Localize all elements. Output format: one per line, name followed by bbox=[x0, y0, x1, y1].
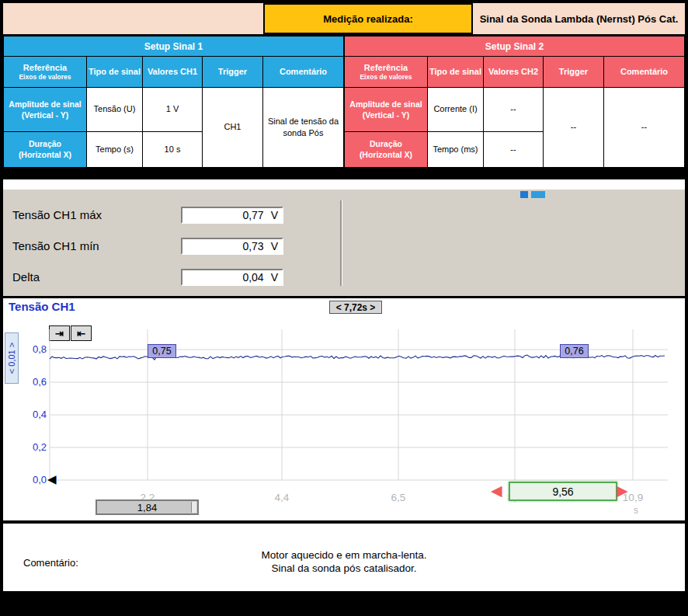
setup1-amplitude-ref-label: Amplitude de sinal bbox=[5, 99, 85, 110]
header-spacer bbox=[3, 3, 263, 34]
setup1-col-type: Tipo de sinal bbox=[87, 57, 143, 88]
setup1-col-reference: ReferênciaEixos de valores bbox=[4, 57, 87, 88]
measurements-panel: Tensão CH1 máx 0,77 V Tensão CH1 mín 0,7… bbox=[3, 190, 685, 296]
setup1-col-values: Valores CH1 bbox=[143, 57, 203, 88]
setup2-col-trigger: Trigger bbox=[544, 57, 604, 88]
ch1-min-label: Tensão CH1 mín bbox=[12, 238, 99, 255]
ch1-min-unit: V bbox=[271, 240, 278, 252]
setup-signal-2-table: Setup Sinal 2 ReferênciaEixos de valores… bbox=[344, 36, 685, 168]
comment-line-1: Motor aquecido e em marcha-lenta. bbox=[3, 548, 685, 562]
time-cursor-box[interactable]: 1,84 bbox=[96, 499, 199, 515]
x-axis-unit: s bbox=[624, 505, 648, 516]
setup2-duration-type: Tempo (ms) bbox=[428, 131, 484, 167]
ch1-max-value: 0,77 bbox=[242, 209, 263, 221]
setup1-col-comment: Comentário bbox=[263, 57, 344, 88]
setup2-duration-ref-sub: (Horizontal X) bbox=[346, 149, 426, 160]
setup-signal-1-table: Setup Sinal 1 ReferênciaEixos de valores… bbox=[3, 36, 344, 168]
ch1-max-label: Tensão CH1 máx bbox=[12, 207, 102, 224]
setup2-title: Setup Sinal 2 bbox=[345, 37, 685, 57]
chart-title: Tensão CH1 bbox=[9, 300, 75, 313]
x-tick-4_4: 4,4 bbox=[265, 492, 299, 503]
setup2-col-reference-label: Referência bbox=[346, 63, 426, 74]
setup2-trigger-value: -- bbox=[544, 88, 604, 168]
setup2-col-type: Tipo de sinal bbox=[428, 57, 484, 88]
setup1-col-reference-label: Referência bbox=[5, 63, 85, 74]
panel-divider bbox=[340, 200, 342, 286]
setup1-amplitude-ref: Amplitude de sinal(Vertical - Y) bbox=[4, 88, 87, 131]
trace-marker-right[interactable]: 0,76 bbox=[560, 344, 589, 358]
header-row: Medição realizada: Sinal da Sonda Lambda… bbox=[3, 3, 685, 34]
measurement-report-window: Medição realizada: Sinal da Sonda Lambda… bbox=[0, 0, 688, 616]
setup1-duration-ref: Duração(Horizontal X) bbox=[4, 131, 87, 167]
setup1-trigger-value: CH1 bbox=[203, 88, 263, 168]
setup1-amplitude-type: Tensão (U) bbox=[87, 88, 143, 131]
ch1-max-field[interactable]: 0,77 V bbox=[181, 207, 283, 224]
setup2-amplitude-value: -- bbox=[484, 88, 544, 131]
vertical-scale-stepper[interactable]: < 0,01 > bbox=[5, 332, 19, 384]
setup1-duration-type: Tempo (s) bbox=[87, 131, 143, 167]
ch1-max-unit: V bbox=[271, 209, 278, 221]
cursor-arrow-right-icon[interactable]: ▶ bbox=[617, 482, 628, 499]
comment-section: Comentário: Motor aquecido e em marcha-l… bbox=[3, 524, 685, 591]
trace-marker-left[interactable]: 0,75 bbox=[148, 344, 176, 358]
setup1-duration-ref-sub: (Horizontal X) bbox=[5, 149, 85, 160]
y-tick-0_6: 0,6 bbox=[22, 376, 47, 388]
setup1-col-trigger: Trigger bbox=[203, 57, 263, 88]
setup2-duration-ref-label: Duração bbox=[346, 138, 426, 149]
x-tick-6_5: 6,5 bbox=[381, 492, 415, 503]
setup1-title: Setup Sinal 1 bbox=[4, 37, 344, 57]
setup1-col-reference-sub: Eixos de valores bbox=[5, 73, 85, 82]
measured-signal-title: Sinal da Sonda Lambda (Nernst) Pós Cat. bbox=[473, 3, 685, 34]
comment-text: Motor aquecido e em marcha-lenta. Sinal … bbox=[3, 548, 685, 575]
separator-band bbox=[3, 168, 685, 179]
setup1-comment-value: Sinal de tensão da sonda Pós bbox=[263, 88, 344, 168]
ch1-min-value: 0,73 bbox=[242, 240, 263, 252]
setup2-duration-ref: Duração(Horizontal X) bbox=[345, 131, 428, 167]
y-tick-0_4: 0,4 bbox=[22, 409, 47, 421]
vertical-scale-value: < 0,01 > bbox=[7, 343, 16, 374]
setup1-duration-ref-label: Duração bbox=[5, 138, 85, 149]
time-cursor-value: 1,84 bbox=[137, 502, 157, 513]
time-window-button[interactable]: < 7,72s > bbox=[329, 301, 382, 314]
value-cursor-box[interactable]: 9,56 bbox=[509, 482, 617, 501]
setup1-duration-value: 10 s bbox=[143, 131, 203, 167]
setup2-amplitude-ref-label: Amplitude de sinal bbox=[346, 99, 426, 110]
y-tick-0_8: 0,8 bbox=[22, 343, 47, 356]
setup2-amplitude-ref: Amplitude de sinal(Vertical - Y) bbox=[345, 88, 428, 131]
setup2-col-reference-sub: Eixos de valores bbox=[346, 73, 426, 82]
measured-label: Medição realizada: bbox=[263, 3, 473, 34]
y-tick-0_0: 0,0 bbox=[22, 474, 47, 486]
setup2-col-values: Valores CH2 bbox=[484, 57, 544, 88]
setup2-duration-value: -- bbox=[484, 131, 544, 167]
bottom-bar bbox=[3, 591, 685, 613]
setup2-amplitude-ref-sub: (Vertical - Y) bbox=[346, 110, 426, 120]
setup2-amplitude-type: Corrente (I) bbox=[428, 88, 484, 131]
oscilloscope-chart: Tensão CH1 < 7,72s > ⇥ ⇤ < 0,01 > 0,8 0,… bbox=[3, 298, 685, 520]
setup2-comment-value: -- bbox=[604, 88, 685, 168]
setup1-amplitude-ref-sub: (Vertical - Y) bbox=[5, 110, 85, 120]
setup2-col-reference: ReferênciaEixos de valores bbox=[345, 57, 428, 88]
comment-line-2: Sinal da sonda pós catalisador. bbox=[3, 562, 685, 575]
setup2-col-comment: Comentário bbox=[604, 57, 685, 88]
ch1-min-field[interactable]: 0,73 V bbox=[181, 238, 283, 255]
delta-unit: V bbox=[271, 271, 278, 284]
delta-field[interactable]: 0,04 V bbox=[181, 269, 283, 286]
setup1-amplitude-value: 1 V bbox=[143, 88, 203, 131]
y-tick-0_2: 0,2 bbox=[22, 441, 47, 454]
clipped-toolbar-icon bbox=[520, 191, 545, 199]
delta-label: Delta bbox=[12, 269, 40, 286]
delta-value: 0,04 bbox=[242, 271, 263, 284]
cursor-resize-handle[interactable] bbox=[191, 502, 196, 513]
cursor-arrow-left-icon[interactable]: ◀ bbox=[491, 482, 502, 499]
zero-level-marker-icon[interactable]: ◀ bbox=[47, 472, 57, 486]
setup-tables: Setup Sinal 1 ReferênciaEixos de valores… bbox=[3, 34, 685, 169]
